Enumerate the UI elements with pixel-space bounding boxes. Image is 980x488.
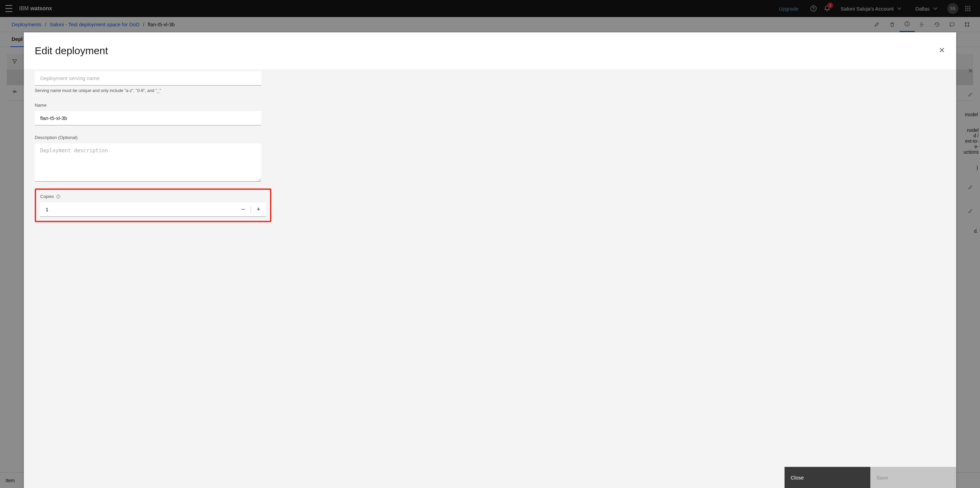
copies-increment-button[interactable]: + [251, 203, 266, 216]
serving-name-helper: Serving name must be unique and only inc… [35, 88, 261, 93]
info-icon[interactable] [56, 194, 60, 199]
close-button[interactable]: Close [784, 467, 870, 488]
copies-decrement-button[interactable]: − [235, 203, 251, 216]
copies-input[interactable] [40, 203, 235, 216]
description-input[interactable] [35, 144, 261, 182]
svg-point-22 [58, 196, 59, 196]
edit-deployment-modal: Edit deployment Serving name must be uni… [24, 32, 956, 488]
close-icon[interactable] [939, 47, 945, 55]
save-button[interactable]: Save [870, 467, 956, 488]
modal-footer: Close Save [24, 467, 956, 488]
name-input[interactable] [35, 111, 261, 125]
name-label: Name [35, 102, 261, 108]
modal-title: Edit deployment [35, 45, 108, 57]
copies-highlight-box: Copies − + [35, 188, 271, 222]
copies-label: Copies [40, 194, 266, 199]
serving-name-input[interactable] [35, 71, 261, 86]
copies-stepper: − + [40, 203, 266, 217]
description-label: Description (Optional) [35, 135, 261, 140]
